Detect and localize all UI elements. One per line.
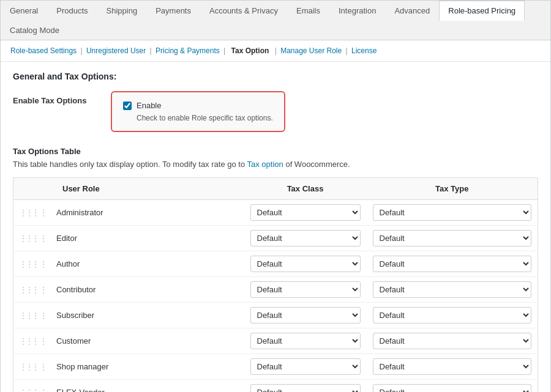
tax-class-cell: Default — [244, 277, 367, 303]
tax-type-cell: Default — [367, 354, 538, 380]
table-row: ⋮⋮CustomerDefaultDefault — [13, 328, 538, 354]
tax-class-cell: Default — [244, 303, 367, 328]
breadcrumb-current: Tax Option — [231, 46, 269, 55]
drag-handle[interactable]: ⋮⋮ — [13, 226, 54, 251]
tax-type-select[interactable]: Default — [373, 307, 532, 324]
tab-payments[interactable]: Payments — [146, 1, 200, 20]
tax-type-cell: Default — [367, 226, 538, 251]
col-tax-type: Tax Type — [367, 178, 538, 200]
tax-type-select[interactable]: Default — [373, 256, 532, 272]
tax-type-cell: Default — [367, 200, 538, 226]
role-name: Author — [54, 251, 244, 277]
enable-tax-checkbox[interactable] — [123, 102, 132, 110]
tab-general[interactable]: General — [1, 1, 47, 20]
tab-shipping[interactable]: Shipping — [97, 1, 147, 20]
col-tax-class: Tax Class — [244, 178, 367, 200]
tax-type-cell: Default — [367, 303, 538, 328]
drag-handle[interactable]: ⋮⋮ — [13, 380, 54, 393]
tax-type-select[interactable]: Default — [373, 333, 532, 349]
enable-tax-box: Enable Check to enable Role specific tax… — [111, 91, 285, 132]
tax-table-body: ⋮⋮AdministratorDefaultDefault⋮⋮EditorDef… — [13, 200, 538, 393]
tab-catalog-mode[interactable]: Catalog Mode — [1, 20, 69, 40]
drag-handle[interactable]: ⋮⋮ — [13, 251, 54, 277]
tab-bar: General Products Shipping Payments Accou… — [1, 1, 550, 40]
role-name: Contributor — [54, 277, 244, 303]
drag-handle[interactable]: ⋮⋮ — [13, 200, 54, 226]
enable-tax-checkbox-label[interactable]: Enable — [137, 101, 161, 110]
tax-table-section: Tax Options Table This table handles onl… — [13, 147, 538, 392]
breadcrumb-link-manage-user-role[interactable]: Manage User Role — [280, 46, 342, 55]
tab-advanced[interactable]: Advanced — [385, 1, 439, 20]
section-title: General and Tax Options: — [13, 72, 538, 81]
tab-integration[interactable]: Integration — [329, 1, 385, 20]
tax-class-select[interactable]: Default — [250, 256, 361, 272]
breadcrumb-link-unregistered-user[interactable]: Unregistered User — [86, 46, 146, 55]
enable-tax-description: Check to enable Role specific tax option… — [123, 114, 273, 122]
role-name: Administrator — [54, 200, 244, 226]
tax-type-select[interactable]: Default — [373, 384, 532, 392]
tax-type-cell: Default — [367, 328, 538, 354]
tax-type-select[interactable]: Default — [373, 358, 532, 375]
tax-type-cell: Default — [367, 251, 538, 277]
tax-class-cell: Default — [244, 251, 367, 277]
tab-role-based-pricing[interactable]: Role-based Pricing — [439, 1, 525, 21]
tax-class-select[interactable]: Default — [250, 333, 361, 349]
tax-class-cell: Default — [244, 200, 367, 226]
tax-class-select[interactable]: Default — [250, 307, 361, 324]
role-name: Editor — [54, 226, 244, 251]
tab-emails[interactable]: Emails — [287, 1, 329, 20]
drag-handle[interactable]: ⋮⋮ — [13, 277, 54, 303]
table-row: ⋮⋮AuthorDefaultDefault — [13, 251, 538, 277]
breadcrumb-link-role-based-settings[interactable]: Role-based Settings — [10, 46, 77, 55]
role-name: ELEX-Vendor — [54, 380, 244, 393]
drag-handle[interactable]: ⋮⋮ — [13, 354, 54, 380]
drag-handle[interactable]: ⋮⋮ — [13, 328, 54, 354]
breadcrumb-link-license[interactable]: License — [351, 46, 377, 55]
tax-class-cell: Default — [244, 328, 367, 354]
tab-products[interactable]: Products — [47, 1, 97, 20]
breadcrumb-link-pricing-payments[interactable]: Pricing & Payments — [156, 46, 220, 55]
role-name: Subscriber — [54, 303, 244, 328]
tax-class-select[interactable]: Default — [250, 230, 361, 246]
tax-type-select[interactable]: Default — [373, 230, 532, 246]
col-user-role: User Role — [54, 178, 244, 200]
drag-handle[interactable]: ⋮⋮ — [13, 303, 54, 328]
table-row: ⋮⋮ELEX-VendorDefaultDefault — [13, 380, 538, 393]
tab-accounts-privacy[interactable]: Accounts & Privacy — [200, 1, 287, 20]
role-name: Customer — [54, 328, 244, 354]
table-row: ⋮⋮Shop managerDefaultDefault — [13, 354, 538, 380]
tax-class-select[interactable]: Default — [250, 204, 361, 221]
tax-class-select[interactable]: Default — [250, 358, 361, 375]
table-row: ⋮⋮ContributorDefaultDefault — [13, 277, 538, 303]
page-wrapper: General Products Shipping Payments Accou… — [0, 0, 551, 392]
table-header-row: User Role Tax Class Tax Type — [13, 178, 538, 200]
tax-class-cell: Default — [244, 354, 367, 380]
tax-option-link[interactable]: Tax option — [247, 160, 283, 169]
table-row: ⋮⋮AdministratorDefaultDefault — [13, 200, 538, 226]
tax-type-select[interactable]: Default — [373, 281, 532, 298]
table-row: ⋮⋮EditorDefaultDefault — [13, 226, 538, 251]
tax-class-select[interactable]: Default — [250, 384, 361, 392]
tax-type-cell: Default — [367, 277, 538, 303]
enable-tax-row: Enable Tax Options Enable Check to enabl… — [13, 91, 538, 132]
breadcrumb: Role-based Settings | Unregistered User … — [1, 40, 550, 62]
enable-tax-checkbox-row: Enable — [123, 101, 273, 110]
tax-type-cell: Default — [367, 380, 538, 393]
tax-class-cell: Default — [244, 380, 367, 393]
col-drag — [13, 178, 54, 200]
content-area: General and Tax Options: Enable Tax Opti… — [1, 62, 550, 392]
enable-tax-label: Enable Tax Options — [13, 91, 111, 105]
tax-options-table: User Role Tax Class Tax Type ⋮⋮Administr… — [13, 177, 538, 392]
tax-class-select[interactable]: Default — [250, 281, 361, 298]
role-name: Shop manager — [54, 354, 244, 380]
tax-class-cell: Default — [244, 226, 367, 251]
tax-table-description: This table handles only tax display opti… — [13, 160, 538, 169]
tax-type-select[interactable]: Default — [373, 204, 532, 221]
table-row: ⋮⋮SubscriberDefaultDefault — [13, 303, 538, 328]
tax-table-title: Tax Options Table — [13, 147, 538, 156]
